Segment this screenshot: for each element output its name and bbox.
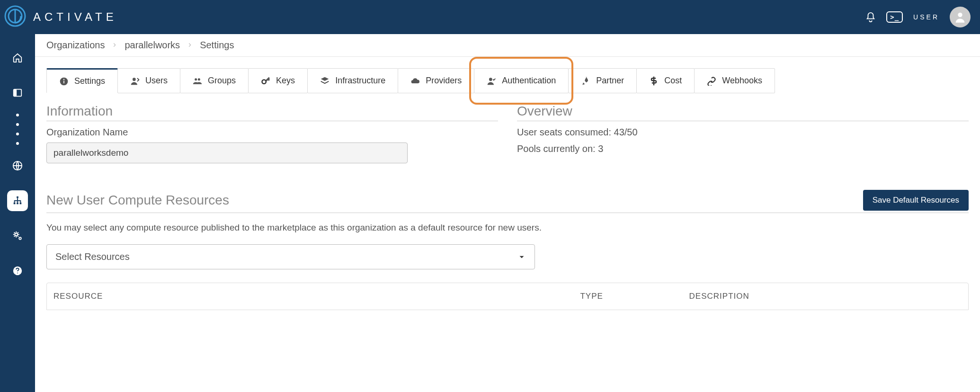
overview-section: Overview User seats consumed: 43/50 Pool… bbox=[517, 104, 969, 163]
sidebar-dot bbox=[16, 133, 19, 135]
top-actions: >_ USER bbox=[865, 7, 971, 27]
tab-label: Webhooks bbox=[722, 76, 762, 86]
gear-icon bbox=[12, 231, 23, 241]
key-icon bbox=[261, 76, 270, 86]
tab-label: Cost bbox=[664, 76, 682, 86]
section-title: Information bbox=[46, 104, 498, 121]
tab-settings[interactable]: Settings bbox=[46, 68, 118, 93]
tab-cost[interactable]: Cost bbox=[636, 68, 695, 93]
user-label[interactable]: USER bbox=[913, 13, 939, 21]
select-resources-dropdown[interactable]: Select Resources bbox=[46, 244, 535, 269]
user-check-icon bbox=[487, 76, 496, 86]
overview-pools-label: Pools currently on: bbox=[517, 143, 596, 154]
sidebar-dot bbox=[16, 142, 19, 145]
resources-header: New User Compute Resources Save Default … bbox=[46, 190, 969, 213]
sidebar-item-globe[interactable] bbox=[7, 155, 28, 176]
info-icon bbox=[59, 77, 69, 86]
tab-label: Authentication bbox=[502, 76, 556, 86]
sidebar-item-settings[interactable] bbox=[7, 225, 28, 246]
org-icon bbox=[12, 196, 23, 206]
home-icon bbox=[12, 53, 23, 63]
tab-label: Keys bbox=[276, 76, 295, 86]
tab-keys[interactable]: Keys bbox=[248, 68, 308, 93]
breadcrumb-item[interactable]: parallelworks bbox=[125, 40, 180, 51]
top-header: ACTIVATE >_ USER bbox=[0, 0, 980, 34]
tab-webhooks[interactable]: Webhooks bbox=[694, 68, 775, 93]
brand-logo-icon bbox=[4, 5, 27, 29]
tab-label: Partner bbox=[596, 76, 624, 86]
tab-label: Infrastructure bbox=[335, 76, 385, 86]
rocket-icon bbox=[581, 76, 590, 86]
main-panel: Organizations parallelworks Settings Set… bbox=[35, 34, 980, 392]
cloud-icon bbox=[410, 76, 420, 86]
org-name-label: Organization Name bbox=[46, 127, 498, 138]
chevron-right-icon bbox=[187, 40, 193, 51]
sidebar-item-help[interactable] bbox=[7, 260, 28, 281]
chevron-right-icon bbox=[111, 40, 118, 51]
save-default-resources-button[interactable]: Save Default Resources bbox=[863, 190, 969, 211]
overview-pools-value: 3 bbox=[598, 143, 603, 154]
layers-icon bbox=[320, 76, 330, 86]
overview-seats: User seats consumed: 43/50 bbox=[517, 127, 969, 138]
breadcrumb-item[interactable]: Settings bbox=[200, 40, 234, 51]
sidebar-item-organization[interactable] bbox=[7, 190, 28, 211]
breadcrumb: Organizations parallelworks Settings bbox=[35, 34, 980, 57]
column-header-resource: RESOURCE bbox=[53, 292, 580, 301]
section-title: New User Compute Resources bbox=[46, 193, 229, 208]
group-icon bbox=[193, 76, 202, 86]
tab-authentication[interactable]: Authentication bbox=[474, 68, 569, 93]
select-resources-placeholder: Select Resources bbox=[55, 251, 130, 262]
link-icon bbox=[707, 76, 716, 86]
sidebar-item-panel[interactable] bbox=[7, 82, 28, 103]
user-icon bbox=[130, 76, 140, 86]
tab-users[interactable]: Users bbox=[117, 68, 180, 93]
tab-label: Providers bbox=[426, 76, 462, 86]
dollar-icon bbox=[649, 76, 659, 86]
overview-pools: Pools currently on: 3 bbox=[517, 143, 969, 154]
brand[interactable]: ACTIVATE bbox=[4, 5, 117, 29]
sidebar-item-home[interactable] bbox=[7, 47, 28, 68]
sidebar-dot bbox=[16, 123, 19, 126]
panel-icon bbox=[12, 88, 23, 98]
overview-seats-label: User seats consumed: bbox=[517, 127, 611, 137]
section-title: Overview bbox=[517, 104, 969, 121]
tab-label: Users bbox=[145, 76, 168, 86]
tab-providers[interactable]: Providers bbox=[398, 68, 474, 93]
terminal-button[interactable]: >_ bbox=[886, 11, 903, 23]
chevron-down-icon bbox=[517, 253, 526, 261]
help-icon bbox=[12, 266, 23, 276]
brand-name: ACTIVATE bbox=[33, 10, 117, 24]
resources-table-header: RESOURCE TYPE DESCRIPTION bbox=[46, 283, 969, 310]
globe-icon bbox=[12, 160, 23, 171]
information-section: Information Organization Name bbox=[46, 104, 498, 163]
overview-seats-value: 43/50 bbox=[614, 127, 638, 137]
tabs-bar: SettingsUsersGroupsKeysInfrastructurePro… bbox=[46, 68, 969, 93]
avatar[interactable] bbox=[950, 7, 971, 27]
column-header-description: DESCRIPTION bbox=[689, 292, 962, 301]
sidebar-dot bbox=[16, 114, 19, 116]
tab-infrastructure[interactable]: Infrastructure bbox=[307, 68, 398, 93]
resources-help-text: You may select any compute resource publ… bbox=[46, 223, 969, 233]
org-name-input[interactable] bbox=[46, 143, 408, 163]
left-sidebar bbox=[0, 34, 35, 392]
breadcrumb-item[interactable]: Organizations bbox=[46, 40, 105, 51]
notifications-icon[interactable] bbox=[865, 12, 876, 22]
tab-label: Settings bbox=[74, 76, 105, 86]
tab-partner[interactable]: Partner bbox=[568, 68, 637, 93]
tab-groups[interactable]: Groups bbox=[180, 68, 249, 93]
column-header-type: TYPE bbox=[580, 292, 689, 301]
tab-label: Groups bbox=[208, 76, 236, 86]
